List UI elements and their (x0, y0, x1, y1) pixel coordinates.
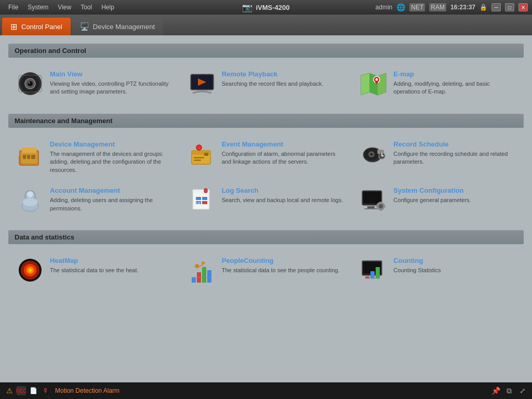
svg-point-15 (376, 78, 378, 81)
record-schedule-icon (360, 140, 387, 167)
device-mgmt-text: Device Management The management of the … (50, 140, 172, 174)
item-account-mgmt[interactable]: Account Management Adding, deleting user… (8, 180, 180, 220)
record-schedule-desc: Configure the recording schedule and rel… (393, 150, 515, 166)
device-mgmt-icon (17, 140, 44, 167)
ram-icon: RAM (429, 3, 446, 11)
tab-control-panel-label: Control Panel (21, 23, 62, 31)
counting-title[interactable]: Counting (393, 257, 515, 264)
heatmap-icon (17, 257, 44, 284)
remote-playback-icon (189, 70, 216, 97)
svg-marker-12 (378, 73, 386, 95)
menu-view[interactable]: View (54, 3, 75, 12)
item-emap[interactable]: E-map Adding, modifying, deleting, and b… (352, 64, 524, 103)
status-icons: ⚠ REC 📄 🎙 (4, 385, 51, 396)
menu-tool[interactable]: Tool (76, 3, 96, 12)
emap-title[interactable]: E-map (393, 70, 515, 78)
svg-rect-67 (202, 267, 206, 283)
heatmap-title[interactable]: HeatMap (50, 257, 172, 264)
mic-icon: 🎙 (41, 385, 51, 396)
menu-bar: File System View Tool Help (4, 3, 118, 12)
record-schedule-title[interactable]: Record Schedule (393, 140, 515, 148)
main-view-icon (17, 70, 44, 97)
system-config-title[interactable]: System Configuration (393, 187, 515, 194)
log-search-desc: Search, view and backup local and remote… (222, 196, 344, 204)
main-view-title[interactable]: Main View (50, 70, 172, 78)
pin-icon[interactable]: 📌 (490, 385, 501, 396)
svg-rect-75 (365, 276, 369, 278)
item-system-config[interactable]: System Configuration Configure general p… (352, 180, 524, 220)
main-view-text: Main View Viewing live video, controllin… (50, 70, 172, 96)
window-icon[interactable]: ⧉ (504, 385, 514, 396)
device-mgmt-title[interactable]: Device Management (50, 140, 172, 148)
user-label: admin (376, 4, 393, 11)
svg-text:18: 18 (195, 201, 200, 206)
lock-icon: 🔒 (480, 4, 487, 11)
restore-button[interactable]: □ (505, 3, 514, 11)
title-bar: File System View Tool Help 📷 iVMS-4200 a… (0, 0, 532, 15)
event-mgmt-desc: Configuration of alarm, abnormal paramet… (222, 150, 344, 166)
item-device-mgmt[interactable]: Device Management The management of the … (8, 134, 180, 180)
item-remote-playback[interactable]: Remote Playback Searching the record fil… (180, 64, 352, 103)
svg-rect-57 (380, 209, 382, 211)
item-counting[interactable]: Counting Counting Statistics (352, 250, 524, 290)
item-log-search[interactable]: 18 Log Search Search, view and backup lo… (180, 180, 352, 220)
remote-playback-text: Remote Playback Searching the record fil… (222, 70, 344, 88)
account-mgmt-text: Account Management Adding, deleting user… (50, 187, 172, 212)
item-main-view[interactable]: Main View Viewing live video, controllin… (8, 64, 180, 103)
svg-point-3 (28, 81, 33, 86)
tab-device-management[interactable]: 🖥️ Device Management (72, 18, 163, 35)
event-mgmt-text: Event Management Configuration of alarm,… (222, 140, 344, 166)
account-mgmt-icon (17, 187, 44, 214)
menu-help[interactable]: Help (97, 3, 118, 12)
svg-point-41 (23, 198, 37, 206)
event-mgmt-title[interactable]: Event Management (222, 140, 344, 148)
svg-rect-27 (194, 157, 204, 158)
menu-file[interactable]: File (4, 3, 22, 12)
people-counting-title[interactable]: PeopleCounting (222, 257, 344, 264)
close-button[interactable]: ✕ (518, 3, 528, 11)
record-status-icon: REC (17, 386, 26, 395)
scroll-area[interactable]: Operation and Control Main View Vi (0, 35, 532, 382)
svg-marker-10 (361, 73, 369, 95)
svg-point-64 (29, 269, 32, 272)
svg-rect-76 (370, 271, 375, 278)
people-counting-text: PeopleCounting The statistical data to s… (222, 257, 344, 274)
svg-rect-53 (364, 208, 378, 209)
item-people-counting[interactable]: PeopleCounting The statistical data to s… (180, 250, 352, 290)
tab-bar: ⊞ Control Panel 🖥️ Device Management (0, 15, 532, 35)
svg-rect-68 (207, 270, 211, 283)
counting-icon (360, 257, 387, 284)
operation-grid: Main View Viewing live video, controllin… (8, 58, 524, 110)
alarm-icon: ⚠ (4, 385, 15, 396)
svg-rect-65 (192, 277, 196, 283)
account-mgmt-title[interactable]: Account Management (50, 187, 172, 194)
svg-rect-56 (380, 202, 382, 204)
alarm-text: Motion Detection Alarm (55, 387, 119, 394)
svg-rect-52 (367, 206, 375, 208)
log-search-title[interactable]: Log Search (222, 187, 344, 194)
system-config-desc: Configure general parameters. (393, 196, 515, 204)
heatmap-text: HeatMap The statistical data to see the … (50, 257, 172, 274)
counting-desc: Counting Statistics (393, 267, 515, 274)
heatmap-desc: The statistical data to see the heat. (50, 267, 172, 274)
minimize-button[interactable]: ─ (491, 3, 501, 11)
section-header-maintenance: Maintenance and Management (8, 114, 524, 128)
remote-playback-title[interactable]: Remote Playback (222, 70, 344, 78)
people-counting-icon (189, 257, 216, 284)
system-config-text: System Configuration Configure general p… (393, 187, 515, 204)
svg-rect-51 (363, 192, 381, 203)
svg-point-4 (28, 82, 30, 84)
menu-system[interactable]: System (23, 3, 52, 12)
svg-rect-45 (196, 197, 201, 200)
menu-items: File System View Tool Help (4, 3, 118, 12)
item-heatmap[interactable]: HeatMap The statistical data to see the … (8, 250, 180, 290)
counting-text: Counting Counting Statistics (393, 257, 515, 274)
expand-icon[interactable]: ⤢ (517, 385, 528, 396)
svg-rect-44 (204, 189, 207, 193)
item-record-schedule[interactable]: Record Schedule Configure the recording … (352, 134, 524, 180)
tab-device-management-label: Device Management (93, 23, 155, 31)
svg-rect-22 (31, 155, 35, 159)
tab-control-panel[interactable]: ⊞ Control Panel (2, 18, 71, 35)
item-event-mgmt[interactable]: Event Management Configuration of alarm,… (180, 134, 352, 180)
data-grid: HeatMap The statistical data to see the … (8, 244, 524, 296)
